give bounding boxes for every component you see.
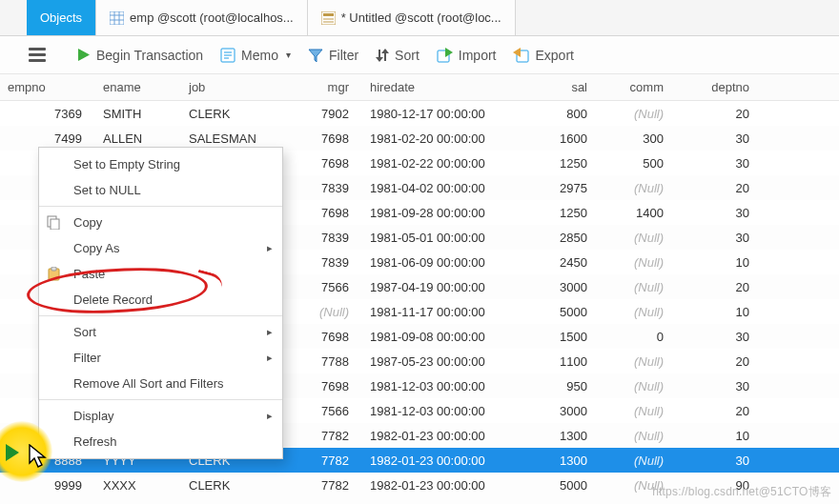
cell[interactable]: 7369 — [0, 107, 95, 121]
cell[interactable]: 20 — [677, 107, 763, 121]
cell[interactable]: 1981-12-03 00:00:00 — [362, 404, 524, 418]
cell[interactable]: 1981-11-17 00:00:00 — [362, 305, 524, 319]
cell[interactable]: 1980-12-17 00:00:00 — [362, 107, 524, 121]
menu-copy-as[interactable]: Copy As — [39, 235, 282, 261]
cell[interactable]: 7698 — [276, 206, 362, 220]
cell[interactable]: (Null) — [601, 231, 677, 245]
menu-remove-all[interactable]: Remove All Sort and Filters — [39, 371, 282, 396]
cell[interactable]: CLERK — [181, 107, 276, 121]
cell[interactable]: 7698 — [276, 131, 362, 146]
cell[interactable]: (Null) — [276, 305, 362, 319]
cell[interactable]: 9999 — [0, 478, 95, 493]
cell[interactable]: 7788 — [276, 354, 362, 369]
cell[interactable]: 950 — [524, 379, 601, 393]
cell[interactable]: 500 — [601, 156, 677, 171]
cell[interactable]: 1100 — [524, 354, 601, 369]
col-mgr[interactable]: mgr — [276, 80, 362, 94]
cell[interactable]: 1500 — [524, 330, 601, 344]
menu-copy[interactable]: Copy — [39, 210, 282, 235]
cell[interactable]: (Null) — [601, 379, 677, 393]
cell[interactable]: (Null) — [601, 280, 677, 294]
menu-icon[interactable] — [29, 48, 46, 62]
cell[interactable]: 20 — [677, 354, 763, 369]
cell[interactable]: 1981-09-28 00:00:00 — [362, 206, 524, 220]
cell[interactable]: (Null) — [601, 107, 677, 121]
cell[interactable]: 3000 — [524, 404, 601, 418]
cell[interactable]: (Null) — [601, 181, 677, 195]
cell[interactable]: 10 — [677, 255, 763, 270]
cell[interactable]: 1987-04-19 00:00:00 — [362, 280, 524, 294]
cell[interactable]: 20 — [677, 181, 763, 195]
col-hiredate[interactable]: hiredate — [362, 80, 524, 94]
menu-set-empty[interactable]: Set to Empty String — [39, 151, 282, 177]
cell[interactable]: 1982-01-23 00:00:00 — [362, 429, 524, 443]
cell[interactable]: 3000 — [524, 280, 601, 294]
table-row[interactable]: 7369SMITHCLERK79021980-12-17 00:00:00800… — [0, 101, 839, 126]
col-empno[interactable]: empno — [0, 80, 95, 94]
cell[interactable]: 7698 — [276, 156, 362, 171]
cell[interactable]: 7698 — [276, 330, 362, 344]
cell[interactable]: 1982-01-23 00:00:00 — [362, 478, 524, 493]
cell[interactable]: (Null) — [601, 454, 677, 468]
menu-refresh[interactable]: Refresh — [39, 429, 282, 454]
menu-display[interactable]: Display — [39, 403, 282, 429]
menu-set-null[interactable]: Set to NULL — [39, 177, 282, 203]
cell[interactable]: 1300 — [524, 454, 601, 468]
cell[interactable]: 7782 — [276, 429, 362, 443]
cell[interactable]: 7902 — [276, 107, 362, 121]
cell[interactable]: (Null) — [601, 354, 677, 369]
cell[interactable]: (Null) — [601, 305, 677, 319]
cell[interactable]: 7698 — [276, 379, 362, 393]
tab-emp[interactable]: emp @scott (root@localhos... — [96, 0, 308, 35]
cell[interactable]: 20 — [677, 404, 763, 418]
cell[interactable]: 7566 — [276, 404, 362, 418]
cell[interactable]: 1981-04-02 00:00:00 — [362, 181, 524, 195]
cell[interactable]: 7839 — [276, 231, 362, 245]
cell[interactable]: 1981-02-22 00:00:00 — [362, 156, 524, 171]
cell[interactable]: 1250 — [524, 156, 601, 171]
cell[interactable]: 30 — [677, 379, 763, 393]
cell[interactable]: 2450 — [524, 255, 601, 270]
cell[interactable]: 1982-01-23 00:00:00 — [362, 454, 524, 468]
cell[interactable]: CLERK — [181, 478, 276, 493]
cell[interactable]: 7566 — [276, 280, 362, 294]
cell[interactable]: 7839 — [276, 255, 362, 270]
begin-transaction-button[interactable]: Begin Transaction — [74, 47, 203, 63]
menu-sort[interactable]: Sort — [39, 319, 282, 345]
cell[interactable]: 7782 — [276, 478, 362, 493]
cell[interactable]: 1400 — [601, 206, 677, 220]
col-sal[interactable]: sal — [524, 80, 601, 94]
cell[interactable]: 1981-02-20 00:00:00 — [362, 131, 524, 146]
cell[interactable]: 5000 — [524, 305, 601, 319]
col-deptno[interactable]: deptno — [677, 80, 763, 94]
cell[interactable]: 10 — [677, 305, 763, 319]
cell[interactable]: (Null) — [601, 255, 677, 270]
cell[interactable]: 7839 — [276, 181, 362, 195]
cell[interactable]: 30 — [677, 231, 763, 245]
tab-untitled[interactable]: * Untitled @scott (root@loc... — [308, 0, 516, 35]
cell[interactable]: XXXX — [95, 478, 181, 493]
cell[interactable]: 800 — [524, 107, 601, 121]
cell[interactable]: 30 — [677, 131, 763, 146]
cell[interactable]: 1250 — [524, 206, 601, 220]
col-job[interactable]: job — [181, 80, 276, 94]
col-comm[interactable]: comm — [601, 80, 677, 94]
menu-delete-record[interactable]: Delete Record — [39, 287, 282, 312]
col-ename[interactable]: ename — [95, 80, 181, 94]
cell[interactable]: ALLEN — [95, 131, 181, 146]
cell[interactable]: 30 — [677, 156, 763, 171]
cell[interactable]: 2850 — [524, 231, 601, 245]
cell[interactable]: 2975 — [524, 181, 601, 195]
cell[interactable]: 1600 — [524, 131, 601, 146]
cell[interactable]: (Null) — [601, 429, 677, 443]
filter-button[interactable]: Filter — [308, 48, 358, 63]
cell[interactable]: 30 — [677, 330, 763, 344]
memo-button[interactable]: Memo ▾ — [220, 48, 291, 63]
cell[interactable]: 0 — [601, 330, 677, 344]
sort-button[interactable]: Sort — [376, 48, 420, 63]
menu-filter[interactable]: Filter — [39, 345, 282, 371]
export-button[interactable]: Export — [513, 48, 573, 63]
cell[interactable]: 1300 — [524, 429, 601, 443]
cell[interactable]: 1981-09-08 00:00:00 — [362, 330, 524, 344]
import-button[interactable]: Import — [437, 48, 497, 63]
